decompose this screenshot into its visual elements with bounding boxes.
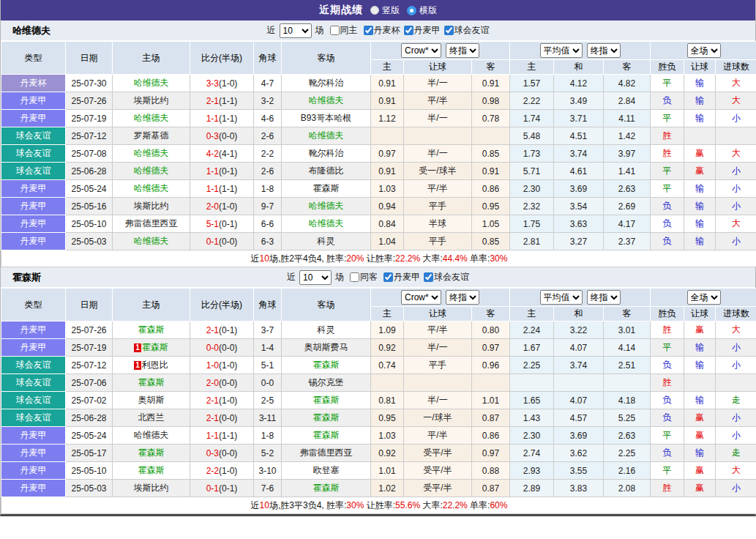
avg-select[interactable]: 平均值 [540,290,583,305]
view-option-vertical[interactable]: 竖版 [370,4,400,17]
radio-selected-icon[interactable] [407,6,416,15]
result-handicap-cell [684,374,716,392]
odds-away-cell: 1.05 [472,215,510,233]
team-name-text: 北西兰 [138,412,165,423]
corner-cell: 5-1 [254,357,282,374]
odds-handicap-cell: 半/一 [404,339,472,357]
team-name-text: 哈维德夫 [309,218,344,228]
home-team-cell: 埃斯比约 [113,92,190,110]
matches-label: 场 [335,271,344,283]
league-filter[interactable]: 球会友谊 [441,24,490,37]
league-checkbox[interactable] [444,26,454,35]
halftime-score: (0-1) [219,219,237,229]
result-outcome-cell: 胜 [651,374,684,392]
date-cell: 25-07-12 [66,357,113,374]
avg-home-cell: 2.25 [510,357,554,374]
odds-handicap-cell: 半/一 [404,75,472,92]
match-row: 丹麦甲 25-05-03 哈维德夫 0-1(0-0) 6-3 科灵 1.04 平… [1,233,756,250]
league-type-cell: 丹麦甲 [1,339,66,357]
fulltime-score: 2-1 [206,96,219,106]
same-venue-filter[interactable]: 同主 [326,24,358,37]
home-team-cell: 哈维德夫 [113,180,190,198]
corner-cell: 9-7 [254,198,282,215]
match-count-select[interactable]: 10 [280,23,312,38]
home-team-cell: 哈维德夫 [113,233,190,250]
team-name-text: B93哥本哈根 [301,113,351,123]
same-venue-checkbox[interactable] [350,272,359,282]
halftime-score: (0-0) [219,448,237,458]
league-filter[interactable]: 丹麦杯 [360,24,400,37]
result-outcome-cell: 平 [651,180,684,198]
avg-away-cell: 2.25 [604,445,651,462]
col-header-avg-home: 主 [510,307,554,321]
col-header-odds-handicap: 让球 [404,60,472,75]
odds-handicap-cell: 平/半 [404,180,472,198]
view-option-horizontal[interactable]: 横版 [407,4,437,17]
odds-away-cell: 1.01 [472,392,510,409]
result-goals-cell: 小 [716,198,756,215]
scope-select[interactable]: 全场 [687,290,721,305]
team-name-text: 埃斯比约 [134,201,169,211]
league-checkbox[interactable] [424,272,433,282]
bookmaker-select[interactable]: Crow* [401,43,441,58]
home-team-cell: 哈维德夫 [113,145,190,163]
match-row: 丹麦甲 25-05-24 哈维德夫 1-1(1-1) 1-8 霍森斯 1.03 … [1,180,756,198]
result-outcome-cell: 平 [651,339,684,357]
league-filter[interactable]: 丹麦甲 [380,271,420,283]
halftime-score: (1-0) [219,78,237,89]
col-header-home: 主场 [113,289,190,321]
league-checkbox[interactable] [364,26,373,35]
avg-away-cell: 1.42 [604,127,651,145]
red-card-badge: 1 [134,361,141,370]
corner-cell: 3-2 [254,92,282,110]
date-cell: 25-05-17 [66,445,113,462]
halftime-score: (0-0) [219,237,237,247]
score-cell: 2-1(0-0) [190,409,254,427]
score-cell: 1-1(1-1) [190,180,254,198]
league-checkbox[interactable] [383,272,393,282]
odds-group-header: Crow*终指 [371,289,510,307]
avg-final-select[interactable]: 终指 [587,43,621,58]
avg-draw-cell: 3.74 [554,145,604,163]
col-header-avg-draw: 和 [554,307,604,321]
date-cell: 25-07-08 [66,145,113,163]
radio-unselected-icon[interactable] [370,6,379,15]
league-filter[interactable]: 球会友谊 [420,271,469,283]
avg-draw-cell: 3.83 [554,480,604,497]
scope-select[interactable]: 全场 [687,43,721,58]
avg-final-select[interactable]: 终指 [587,290,621,305]
fulltime-score: 2-2 [206,466,219,476]
summary-segment: 22.2% [443,500,468,510]
match-count-select[interactable]: 10 [299,270,332,285]
team-name-text: 哈维德夫 [134,166,169,176]
odds-final-select[interactable]: 终指 [446,290,479,305]
date-cell: 25-05-24 [66,180,113,198]
summary-segment: 单率: [468,500,490,510]
corner-cell: 1-4 [254,339,282,357]
col-header-type: 类型 [1,289,66,321]
summary-segment: 大率: [420,253,443,264]
halftime-score: (1-1) [219,431,237,441]
date-cell: 25-07-02 [66,392,113,409]
result-goals-cell: 走 [716,445,756,462]
league-filter[interactable]: 丹麦甲 [400,24,441,37]
match-row: 丹麦甲 25-07-26 埃斯比约 2-1(1-1) 3-2 哈维德夫 0.91… [1,92,756,110]
date-cell: 25-05-10 [66,215,113,233]
result-goals-cell: 小 [716,480,756,497]
league-label: 球会友谊 [434,271,469,283]
odds-final-select[interactable]: 终指 [446,43,479,58]
avg-away-cell: 4.11 [604,110,651,127]
home-team-cell: 弗雷德里西亚 [113,215,190,233]
same-venue-filter[interactable]: 同客 [346,271,378,283]
same-venue-checkbox[interactable] [330,26,340,35]
odds-group-header: Crow*终指 [371,42,510,60]
avg-home-cell: 1.43 [510,409,554,427]
col-header-type: 类型 [1,42,66,75]
page-title: 近期战绩 [319,4,363,17]
match-row: 丹麦甲 25-07-19 哈维德夫 1-1(1-1) 4-6 B93哥本哈根 1… [1,110,756,127]
match-row: 球会友谊 25-07-06 霍森斯 2-0(0-0) 0-0 锡尔克堡 胜 [1,374,756,392]
bookmaker-select[interactable]: Crow* [401,290,441,305]
league-checkbox[interactable] [404,26,413,35]
col-header-away: 客场 [282,42,371,75]
avg-select[interactable]: 平均值 [540,43,583,58]
